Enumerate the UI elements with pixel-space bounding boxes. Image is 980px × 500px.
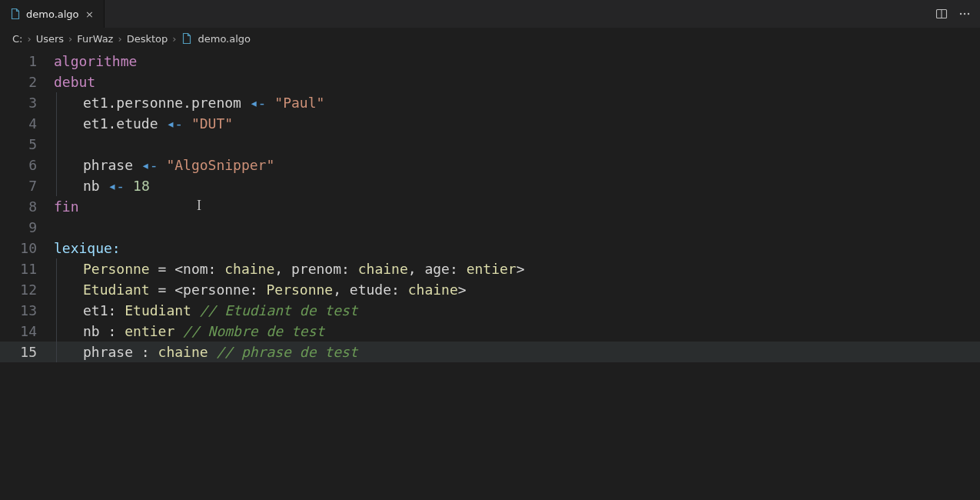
breadcrumb-file[interactable]: demo.algo [198,33,251,45]
token-punct: : [108,300,125,321]
code-content: phrase ◂- "AlgoSnipper" [54,155,274,175]
split-editor-icon[interactable] [935,8,948,20]
code-line[interactable]: 10lexique: [0,238,980,258]
file-icon [181,32,193,45]
token-type: Personne [266,279,333,300]
token-plain [183,113,191,134]
svg-point-3 [964,13,965,15]
code-line[interactable]: 2debut [0,72,980,92]
code-line[interactable]: 11Personne = <nom: chaine, prenom: chain… [0,258,980,279]
token-sym: ◂- [141,155,158,175]
code-line[interactable]: 4et1.etude ◂- "DUT" [0,113,980,134]
token-plain [208,342,217,362]
indent-guide [56,92,57,113]
code-content: fin [54,196,79,217]
code-line[interactable]: 14nb : entier // Nombre de test [0,321,980,342]
token-plain: et1 [83,300,108,321]
token-punct: = < [150,258,183,279]
token-cmt: // phrase de test [216,342,357,362]
token-sym: ◂- [250,92,267,113]
close-icon[interactable]: × [84,8,96,20]
code-content: Etudiant = <personne: Personne, etude: c… [54,279,467,300]
line-number: 1 [0,51,54,72]
code-line[interactable]: 1algorithme [0,51,980,72]
text-cursor-icon [197,198,198,214]
breadcrumb-segment[interactable]: Desktop [127,33,168,45]
token-type: chaine [158,342,208,362]
breadcrumb-segment[interactable]: FurWaz [77,33,113,45]
token-punct: : [391,279,408,300]
tabbar-actions [935,0,980,28]
breadcrumb-segment[interactable]: C: [12,33,22,45]
code-line[interactable]: 9 [0,217,980,238]
token-punct: = < [150,279,183,300]
token-plain: prenom [191,92,250,113]
token-kw: fin [54,196,79,217]
token-plain: nb [83,175,108,196]
token-punct: , [333,279,350,300]
code-content: et1: Etudiant // Etudiant de test [54,300,358,321]
token-field: personne [183,279,250,300]
line-number: 15 [0,342,54,362]
token-field: nom [183,258,208,279]
token-kw: debut [54,72,95,92]
token-plain [191,300,200,321]
token-str: "DUT" [191,113,233,134]
token-punct: : [141,342,158,362]
line-number: 2 [0,72,54,92]
breadcrumb: C: › Users › FurWaz › Desktop › demo.alg… [0,28,980,49]
line-number: 6 [0,155,54,175]
chevron-right-icon: › [68,33,72,45]
token-plain: etude [116,113,166,134]
indent-guide [56,113,57,134]
token-str: "AlgoSnipper" [166,155,274,175]
token-plain [266,92,274,113]
token-punct: > [517,258,525,279]
token-plain: phrase [83,342,141,362]
token-id: lexique: [54,238,121,258]
svg-point-2 [960,13,962,15]
token-punct: : [108,321,125,342]
code-line[interactable]: 8fin [0,196,980,217]
token-plain: et1 [83,113,108,134]
token-plain [125,175,133,196]
token-cmt: // Nombre de test [183,321,324,342]
code-content: lexique: [54,238,121,258]
tab-label: demo.algo [26,8,79,20]
token-field: etude [350,279,391,300]
token-field: prenom [291,258,341,279]
code-line[interactable]: 13et1: Etudiant // Etudiant de test [0,300,980,321]
token-type: Personne [83,258,150,279]
line-number: 7 [0,175,54,196]
code-line[interactable]: 3et1.personne.prenom ◂- "Paul" [0,92,980,113]
indent-guide [56,134,57,155]
indent-guide [56,258,57,279]
token-field: age [424,258,450,279]
code-editor[interactable]: 1algorithme2debut3et1.personne.prenom ◂-… [0,49,980,500]
indent-guide [56,175,57,196]
code-line[interactable]: 7nb ◂- 18 [0,175,980,196]
code-line[interactable]: 6phrase ◂- "AlgoSnipper" [0,155,980,175]
token-type: entier [467,258,517,279]
indent-guide [56,342,57,362]
token-type: entier [125,321,174,342]
code-line[interactable]: 12Etudiant = <personne: Personne, etude:… [0,279,980,300]
code-line[interactable]: 15phrase : chaine // phrase de test [0,342,980,362]
code-content: phrase : chaine // phrase de test [54,342,358,362]
breadcrumb-segment[interactable]: Users [36,33,64,45]
token-plain: et1 [83,92,108,113]
code-line[interactable]: 5 [0,134,980,155]
code-content [54,134,83,155]
token-type: chaine [358,258,408,279]
line-number: 14 [0,321,54,342]
token-cmt: // Etudiant de test [200,300,358,321]
token-plain [158,155,167,175]
code-content: et1.personne.prenom ◂- "Paul" [54,92,324,113]
chevron-right-icon: › [118,33,121,45]
more-actions-icon[interactable] [958,8,971,20]
token-punct: : [341,258,358,279]
token-punct: . [108,113,117,134]
code-content: nb : entier // Nombre de test [54,321,324,342]
tab-demo-algo[interactable]: demo.algo × [0,0,105,28]
token-punct: > [458,279,467,300]
